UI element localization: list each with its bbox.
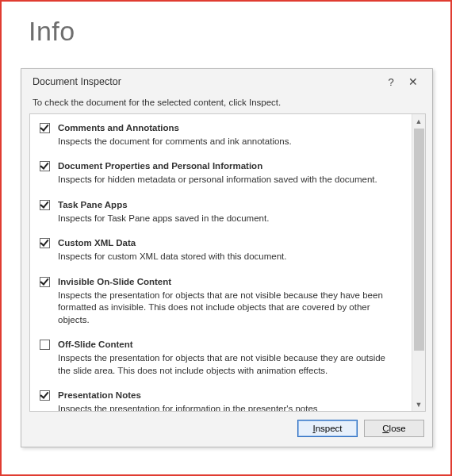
item-text: Invisible On-Slide ContentInspects the p… (58, 276, 405, 326)
dialog-instruction: To check the document for the selected c… (21, 94, 432, 113)
checkbox[interactable] (40, 161, 50, 171)
item-text: Off-Slide ContentInspects the presentati… (58, 339, 405, 377)
item-title: Custom XML Data (58, 237, 400, 249)
list-item: Comments and AnnotationsInspects the doc… (38, 122, 405, 148)
list-item: Task Pane AppsInspects for Task Pane app… (38, 199, 405, 225)
item-text: Document Properties and Personal Informa… (58, 160, 405, 186)
item-description: Inspects the presentation for objects th… (58, 290, 400, 327)
item-description: Inspects for custom XML data stored with… (58, 251, 400, 263)
checkbox[interactable] (40, 238, 50, 248)
dialog-titlebar: Document Inspector ? ✕ (21, 69, 432, 94)
inspect-button[interactable]: Inspect (297, 420, 358, 437)
item-title: Presentation Notes (58, 390, 400, 401)
close-button[interactable]: Close (364, 420, 424, 437)
list-item: Invisible On-Slide ContentInspects the p… (38, 276, 405, 326)
scrollbar-thumb[interactable] (414, 129, 424, 351)
document-inspector-dialog: Document Inspector ? ✕ To check the docu… (21, 68, 433, 447)
item-title: Document Properties and Personal Informa… (58, 160, 400, 172)
vertical-scrollbar[interactable]: ▲ ▼ (412, 114, 425, 411)
page-title: Info (29, 16, 427, 47)
close-icon[interactable]: ✕ (402, 75, 424, 88)
list-item: Document Properties and Personal Informa… (38, 160, 405, 186)
checkbox[interactable] (40, 123, 50, 133)
list-item: Presentation NotesInspects the presentat… (38, 390, 405, 411)
item-text: Custom XML DataInspects for custom XML d… (58, 237, 405, 263)
item-description: Inspects for Task Pane apps saved in the… (58, 213, 400, 225)
item-description: Inspects for hidden metadata or personal… (58, 174, 400, 186)
dialog-footer: Inspect Close (21, 412, 432, 447)
scroll-down-icon[interactable]: ▼ (412, 397, 425, 411)
inspector-list: Comments and AnnotationsInspects the doc… (30, 114, 412, 411)
item-description: Inspects the presentation for informatio… (58, 403, 400, 411)
list-item: Custom XML DataInspects for custom XML d… (38, 237, 405, 263)
item-title: Comments and Annotations (58, 122, 400, 134)
item-title: Off-Slide Content (58, 339, 400, 351)
scroll-up-icon[interactable]: ▲ (412, 114, 425, 128)
inspector-list-container: Comments and AnnotationsInspects the doc… (29, 113, 426, 412)
item-text: Presentation NotesInspects the presentat… (58, 390, 405, 411)
help-button[interactable]: ? (380, 76, 402, 88)
checkbox[interactable] (40, 200, 50, 210)
item-title: Invisible On-Slide Content (58, 276, 400, 288)
item-title: Task Pane Apps (58, 199, 400, 211)
item-text: Task Pane AppsInspects for Task Pane app… (58, 199, 405, 225)
checkbox[interactable] (40, 340, 50, 350)
dialog-title: Document Inspector (33, 76, 380, 87)
item-description: Inspects the document for comments and i… (58, 136, 400, 148)
item-description: Inspects the presentation for objects th… (58, 352, 400, 377)
item-text: Comments and AnnotationsInspects the doc… (58, 122, 405, 148)
checkbox[interactable] (40, 277, 50, 287)
list-item: Off-Slide ContentInspects the presentati… (38, 339, 405, 377)
checkbox[interactable] (40, 390, 50, 401)
